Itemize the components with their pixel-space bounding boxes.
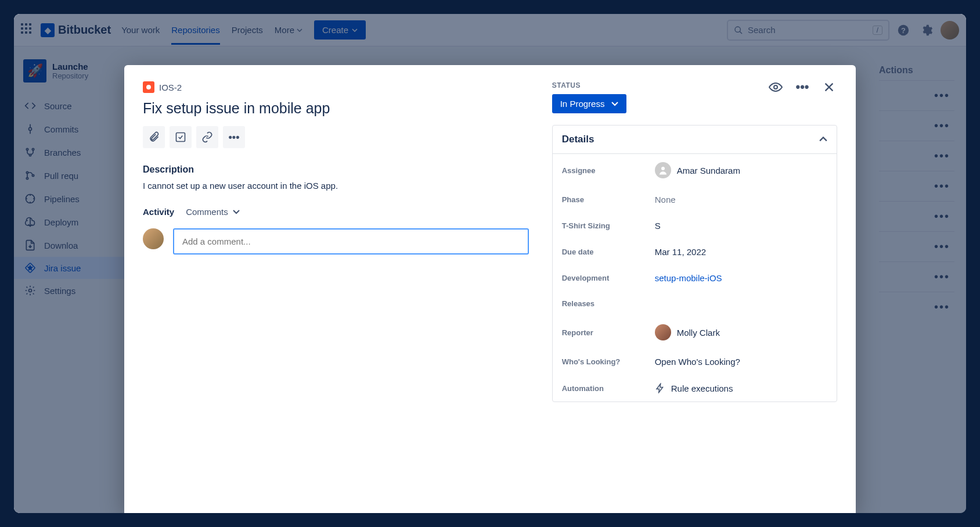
issue-type-icon: [143, 81, 154, 93]
svg-point-15: [774, 85, 777, 89]
details-panel: Details Assignee Amar Sundaram Phase Non…: [552, 125, 837, 402]
lightning-icon: [655, 383, 665, 393]
details-header[interactable]: Details: [553, 126, 837, 154]
field-due-date[interactable]: Due date Mar 11, 2022: [553, 239, 837, 265]
description-text[interactable]: I cannot set up a new user account in th…: [143, 181, 529, 191]
field-tshirt[interactable]: T-Shirt Sizing S: [553, 213, 837, 239]
issue-modal: ••• IOS-2 Fix setup issue in mobile app …: [124, 65, 856, 513]
chevron-up-icon: [819, 137, 827, 142]
field-looking[interactable]: Who's Looking? Open Who's Looking?: [553, 349, 837, 375]
comment-input[interactable]: [173, 228, 529, 254]
attach-button[interactable]: [143, 126, 165, 148]
close-icon[interactable]: [821, 79, 837, 95]
field-reporter[interactable]: Reporter Molly Clark: [553, 316, 837, 349]
activity-filter[interactable]: Comments: [186, 207, 240, 217]
field-assignee[interactable]: Assignee Amar Sundaram: [553, 154, 837, 187]
svg-point-19: [661, 167, 665, 170]
current-user-avatar: [143, 228, 164, 249]
status-dropdown[interactable]: In Progress: [552, 94, 627, 113]
subtask-button[interactable]: [170, 126, 192, 148]
reporter-avatar: [655, 324, 671, 340]
svg-rect-18: [176, 133, 185, 142]
field-phase[interactable]: Phase None: [553, 187, 837, 213]
issue-title[interactable]: Fix setup issue in mobile app: [143, 100, 529, 117]
assignee-avatar: [655, 162, 671, 178]
watch-icon[interactable]: [768, 79, 784, 95]
field-development[interactable]: Development setup-mobile-iOS: [553, 265, 837, 291]
field-releases[interactable]: Releases: [553, 291, 837, 316]
activity-heading: Activity: [143, 207, 174, 217]
link-button[interactable]: [196, 126, 218, 148]
issue-key: IOS-2: [159, 83, 182, 92]
field-automation[interactable]: Automation Rule executions: [553, 375, 837, 401]
issue-breadcrumb[interactable]: IOS-2: [143, 81, 529, 93]
description-heading: Description: [143, 164, 529, 175]
more-actions-button[interactable]: •••: [223, 126, 245, 148]
more-icon[interactable]: •••: [794, 79, 810, 95]
